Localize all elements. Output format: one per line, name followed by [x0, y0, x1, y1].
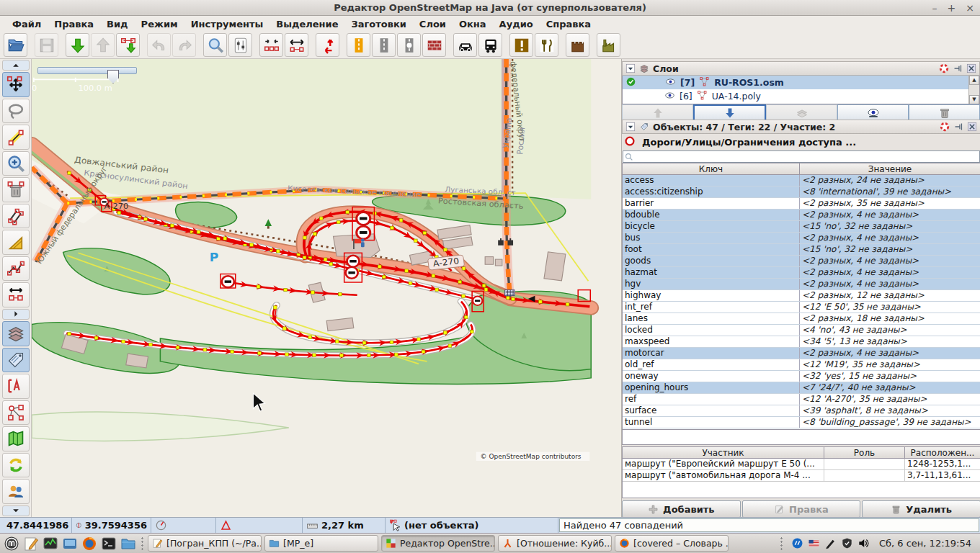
tag-row[interactable]: barrier<2 разных, 35 не заданы>: [623, 198, 980, 210]
search-button[interactable]: [203, 33, 227, 57]
redo-button[interactable]: [172, 33, 196, 57]
layer-move-down-button[interactable]: [693, 104, 766, 121]
show-desktop-launcher-icon[interactable]: [61, 535, 79, 552]
tag-row[interactable]: highway<2 разных, 12 не заданы>: [623, 290, 980, 302]
layer-visibility-button[interactable]: [837, 104, 909, 121]
zoom-slider[interactable]: [37, 67, 137, 74]
hazard-button[interactable]: [509, 33, 533, 57]
road-node-button[interactable]: [397, 33, 421, 57]
scroll-up-button[interactable]: [2, 60, 30, 71]
layer-merge-button[interactable]: [766, 104, 837, 121]
delete-tool-button[interactable]: [2, 177, 30, 202]
shield-tray-icon[interactable]: [841, 537, 853, 549]
map-canvas[interactable]: А-270 Довжанський районКрасносулинский р…: [32, 59, 621, 517]
map-dialog-button[interactable]: [2, 426, 30, 451]
castle-button[interactable]: [566, 33, 589, 57]
edit-tag-button[interactable]: Правка: [742, 500, 861, 518]
column-key[interactable]: Ключ: [623, 163, 800, 174]
taskbar-window-josm[interactable]: Редактор OpenStre...: [381, 535, 495, 552]
menu-launcher-icon[interactable]: [3, 535, 20, 552]
road-gray-button[interactable]: [372, 33, 396, 57]
lasso-tool-button[interactable]: [2, 99, 30, 123]
authors-dialog-button[interactable]: [2, 479, 30, 503]
tag-row[interactable]: lanes<2 разных, 18 не заданы>: [623, 313, 980, 325]
layer-delete-button[interactable]: [909, 104, 980, 121]
tag-row[interactable]: opening_hours<7 '24/7', 40 не заданы>: [623, 382, 980, 394]
eye-icon[interactable]: [664, 90, 675, 103]
relations-dialog-button[interactable]: [2, 400, 30, 425]
membership-table[interactable]: маршрут ("Европейский маршрут E 50 (...1…: [622, 459, 980, 498]
close-panel-icon[interactable]: [966, 63, 976, 73]
tag-row[interactable]: locked<4 'no', 43 не заданы>: [623, 325, 980, 336]
column-value[interactable]: Значение: [800, 163, 980, 174]
draw-tool-button[interactable]: [2, 125, 30, 149]
tags-panel-header[interactable]: Объекты: 47 / Теги: 22 / Участие: 2: [622, 120, 980, 134]
keyboard-layout-flag-icon[interactable]: [808, 537, 820, 549]
terminal-launcher-icon[interactable]: [100, 535, 117, 552]
firefox-launcher-icon[interactable]: [81, 535, 98, 552]
volume-tray-icon[interactable]: [858, 537, 870, 549]
tag-row[interactable]: int_ref<12 'E 50', 35 не заданы>: [623, 302, 980, 313]
help-icon[interactable]: [940, 122, 950, 132]
download-object-button[interactable]: [116, 33, 140, 57]
scroll-down-arrow[interactable]: ▼: [969, 95, 979, 104]
download-button[interactable]: [66, 33, 89, 57]
layers-panel-header[interactable]: Слои: [622, 61, 980, 76]
hp-tray-icon[interactable]: [791, 537, 803, 549]
menu-item-1[interactable]: Файл: [6, 17, 48, 31]
tag-row[interactable]: foot<15 'no', 32 не заданы>: [623, 244, 980, 256]
scroll-down-button[interactable]: [2, 505, 30, 516]
tag-row[interactable]: surface<39 'asphalt', 8 не заданы>: [623, 405, 980, 417]
menu-item-9[interactable]: Окна: [453, 17, 493, 31]
merge-nodes-button[interactable]: [259, 33, 283, 57]
layer-move-up-button[interactable]: [622, 104, 693, 121]
tag-row[interactable]: bicycle<15 'no', 32 не заданы>: [623, 221, 980, 233]
tag-row[interactable]: access:citizenship<8 'international', 39…: [623, 186, 980, 198]
tags-dialog-button[interactable]: [2, 348, 30, 372]
undo-button[interactable]: [147, 33, 171, 57]
bus-button[interactable]: [478, 33, 502, 57]
column-position[interactable]: Расположен...: [905, 447, 980, 458]
help-icon[interactable]: [939, 63, 949, 73]
extrude-tool-button[interactable]: [2, 282, 30, 307]
menu-item-5[interactable]: Инструменты: [184, 17, 270, 31]
upload-button[interactable]: [91, 33, 115, 57]
tag-row[interactable]: maxspeed<34 '5', 13 не заданы>: [623, 336, 980, 348]
restaurant-button[interactable]: [535, 33, 558, 57]
membership-row[interactable]: маршрут ("Европейский маршрут E 50 (...1…: [623, 459, 980, 470]
tag-row[interactable]: ref<12 'A-270', 35 не заданы>: [623, 394, 980, 405]
angle-tool-button[interactable]: [2, 230, 30, 254]
system-monitor-launcher-icon[interactable]: [42, 535, 59, 552]
minimize-button[interactable]: –: [932, 0, 937, 16]
taskbar-window-firefox[interactable]: [covered – Словарь ...: [615, 535, 729, 552]
taskbar-window-relation[interactable]: [Отношение: Куйб...: [498, 535, 612, 552]
menu-item-10[interactable]: Аудио: [493, 17, 540, 31]
layers-list[interactable]: [7]RU-ROS1.osm[6]UA-14.poly ▲▼: [622, 76, 980, 104]
tag-search-input[interactable]: [623, 150, 980, 163]
menu-item-6[interactable]: Выделение: [270, 17, 344, 31]
open-button[interactable]: [4, 33, 27, 57]
tag-row[interactable]: hgv<2 разных, 4 не заданы>: [623, 279, 980, 290]
file-manager-launcher-icon[interactable]: [120, 535, 137, 552]
save-button[interactable]: [35, 33, 58, 57]
eye-icon[interactable]: [665, 76, 676, 89]
collapse-icon[interactable]: [625, 122, 636, 132]
column-role[interactable]: Роль: [824, 447, 905, 458]
tag-row[interactable]: bdouble<2 разных, 4 не заданы>: [623, 210, 980, 221]
changes-dialog-button[interactable]: [2, 453, 30, 477]
road-orange-button[interactable]: [347, 33, 370, 57]
tag-row[interactable]: bus<2 разных, 4 не заданы>: [623, 233, 980, 244]
add-tag-button[interactable]: Добавить: [622, 500, 741, 518]
menu-item-11[interactable]: Справка: [540, 17, 597, 31]
tag-row[interactable]: oneway<32 'yes', 15 не заданы>: [623, 371, 980, 382]
select-tool-button[interactable]: [2, 72, 30, 96]
title-bar[interactable]: Редактор OpenStreetMap на Java (от супер…: [0, 0, 980, 16]
menu-item-4[interactable]: Режим: [135, 17, 184, 31]
factory-button[interactable]: [597, 33, 620, 57]
combine-way-button[interactable]: [285, 33, 308, 57]
menu-item-7[interactable]: Заготовки: [344, 17, 412, 31]
tag-row[interactable]: hazmat<2 разных, 4 не заданы>: [623, 267, 980, 279]
detach-icon[interactable]: [953, 63, 963, 73]
close-panel-icon[interactable]: [967, 122, 977, 132]
detach-icon[interactable]: [953, 122, 963, 132]
